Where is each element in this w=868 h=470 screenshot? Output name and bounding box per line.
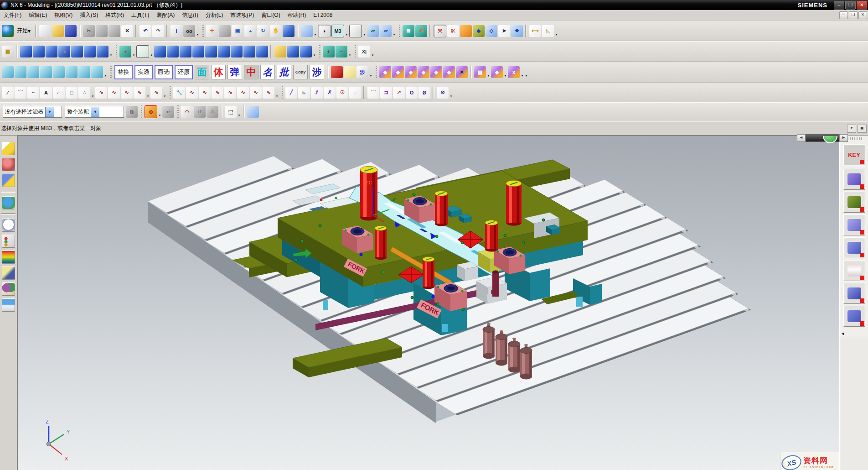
snap-point-icon[interactable]: ⊕ bbox=[145, 105, 157, 118]
curve-hook2-icon[interactable]: ∿ bbox=[108, 87, 120, 99]
statusbar-options-icon[interactable]: ▼ bbox=[847, 125, 856, 133]
dropdown-arrow-icon[interactable]: ▼ bbox=[132, 45, 136, 58]
swept-icon[interactable] bbox=[53, 66, 65, 78]
bigbtn-7[interactable]: Copy bbox=[293, 65, 308, 79]
point-set-icon[interactable]: ∴ bbox=[78, 87, 90, 99]
fullscreen-icon[interactable]: ▣ bbox=[858, 125, 867, 133]
dim-x-icon[interactable]: X| bbox=[358, 46, 370, 57]
section-right-icon[interactable]: ▱ bbox=[380, 25, 392, 37]
bigbtn-8[interactable]: 涉 bbox=[310, 65, 324, 79]
textbtn-2[interactable]: 实透 bbox=[134, 65, 153, 79]
constraint-navigator-icon[interactable] bbox=[2, 158, 15, 171]
flange-part-button[interactable] bbox=[843, 237, 865, 258]
asm-tri1-icon[interactable]: ◆ bbox=[430, 66, 442, 78]
bigbtn-6[interactable]: 批 bbox=[277, 65, 291, 79]
snip-curve-icon[interactable]: ∿ bbox=[212, 87, 223, 99]
minimize-button[interactable]: – bbox=[834, 1, 844, 10]
fillet-curve-icon[interactable]: ∿ bbox=[237, 87, 249, 99]
history-palette-icon[interactable] bbox=[2, 219, 15, 232]
glass-cube-icon[interactable] bbox=[344, 66, 356, 78]
plane-white-icon[interactable] bbox=[136, 45, 149, 58]
info-icon[interactable]: i bbox=[170, 25, 182, 37]
measure-distance-icon[interactable]: ⟷ bbox=[529, 25, 541, 37]
toolbar-grip[interactable] bbox=[319, 45, 320, 58]
iso-csys-icon[interactable]: ⊾ bbox=[298, 87, 310, 99]
asm-arrow-icon[interactable]: ◆ bbox=[392, 66, 404, 78]
asm-swap-icon[interactable]: ◆ bbox=[418, 66, 429, 78]
studio-surface-icon[interactable] bbox=[40, 66, 52, 78]
white-style-icon[interactable] bbox=[349, 25, 362, 37]
nav-move-icon[interactable]: ❖ bbox=[511, 25, 523, 37]
mdi-restore-button[interactable]: ❐ bbox=[849, 11, 858, 19]
blue-plate-part-button[interactable] bbox=[843, 214, 865, 235]
dropdown-arrow-icon[interactable]: ▼ bbox=[196, 24, 200, 38]
toolbar-grip[interactable] bbox=[355, 45, 356, 58]
slider-left-icon[interactable]: ◄ bbox=[797, 134, 806, 142]
nav-datum-icon[interactable]: ◈ bbox=[473, 25, 485, 37]
dropdown-arrow-icon[interactable]: ▼ bbox=[313, 24, 317, 38]
menu-1[interactable]: 文件(F) bbox=[0, 11, 25, 19]
arc-3pt-icon[interactable]: ⌒ bbox=[367, 87, 379, 99]
textbtn-3[interactable]: 面选 bbox=[155, 65, 173, 79]
corner-curve-icon[interactable]: ∿ bbox=[224, 87, 236, 99]
curve-hook1-icon[interactable]: ∿ bbox=[95, 87, 107, 99]
menu-12[interactable]: 帮助(H) bbox=[284, 11, 310, 19]
gray-block-icon[interactable] bbox=[219, 25, 231, 37]
toolbar-grip[interactable] bbox=[376, 66, 377, 78]
clip-section-slider[interactable]: ◄ ► bbox=[797, 134, 848, 142]
menu-7[interactable]: 装配(A) bbox=[153, 11, 178, 19]
cross-part-button[interactable] bbox=[843, 283, 865, 304]
dropdown-arrow-icon[interactable]: ▼ bbox=[371, 45, 375, 58]
dot-circle2-icon[interactable]: ◌ bbox=[349, 87, 361, 99]
dropdown-arrow-icon[interactable]: ▼ bbox=[150, 45, 154, 58]
open-file-icon[interactable] bbox=[52, 25, 64, 37]
menu-8[interactable]: 信息(I) bbox=[178, 11, 202, 19]
join-curve-icon[interactable] bbox=[180, 46, 191, 57]
fit-view-icon[interactable]: ✛ bbox=[206, 25, 218, 37]
cyl-curve-icon[interactable]: ∿ bbox=[150, 87, 162, 99]
circle-a-icon[interactable]: O bbox=[406, 87, 418, 99]
bend-surface-icon[interactable] bbox=[91, 66, 103, 78]
profile-icon[interactable]: ⌐ bbox=[53, 87, 65, 99]
dropdown-arrow-icon[interactable]: ▼ bbox=[103, 65, 108, 79]
red-cube-icon[interactable] bbox=[331, 66, 343, 78]
menu-4[interactable]: 插入(S) bbox=[76, 11, 102, 19]
bend-feature-icon[interactable] bbox=[84, 46, 96, 57]
rectangle-icon[interactable]: □ bbox=[66, 87, 78, 99]
key-part-button[interactable]: KEY bbox=[843, 144, 865, 165]
asm-x-icon[interactable]: x bbox=[508, 66, 520, 78]
boss-icon[interactable] bbox=[71, 46, 83, 57]
sheet-metal-icon[interactable] bbox=[205, 46, 217, 57]
she-button-icon[interactable]: 涉 bbox=[356, 66, 368, 78]
shell-icon[interactable] bbox=[218, 46, 230, 57]
measure-angle-icon[interactable]: ◺ bbox=[542, 25, 554, 37]
select-arrow-icon[interactable]: ➤ bbox=[498, 25, 510, 37]
roles-palette-icon[interactable] bbox=[2, 282, 15, 296]
3d-model-scene[interactable]: FORKFORKZCZYX bbox=[18, 136, 840, 470]
csys-orient-icon[interactable]: ⤧ bbox=[434, 25, 446, 37]
dropdown-arrow-icon[interactable]: ▼ bbox=[158, 105, 162, 119]
sketch-icon[interactable]: ▦ bbox=[2, 46, 14, 57]
dropdown-arrow-icon[interactable]: ▼ bbox=[237, 105, 241, 119]
dropdown-arrow-icon[interactable]: ▼ bbox=[520, 65, 524, 79]
offset-plus-icon[interactable]: + bbox=[323, 46, 335, 57]
layer-category-icon[interactable]: ⇵ bbox=[415, 25, 427, 37]
title-bar[interactable]: NX 6 - Modeling - [(203850)M110014 rev01… bbox=[0, 0, 868, 10]
offset-minus-icon[interactable]: − bbox=[336, 46, 347, 57]
nx-logo-icon[interactable] bbox=[2, 25, 14, 37]
close-button[interactable]: ✕ bbox=[857, 1, 867, 10]
asm-tri2-icon[interactable]: ◆ bbox=[443, 66, 455, 78]
chamfer-curve-icon[interactable]: ∿ bbox=[250, 87, 262, 99]
bigbtn-5[interactable]: 名 bbox=[260, 65, 275, 79]
maximize-button[interactable]: ❐ bbox=[845, 1, 856, 10]
join-curve2-icon[interactable] bbox=[192, 46, 204, 57]
scope-select[interactable]: 整个装配▼ bbox=[65, 106, 124, 118]
toolbar-grip[interactable] bbox=[116, 45, 117, 58]
dropdown-arrow-icon[interactable]: ▼ bbox=[524, 65, 528, 79]
divide-curve-icon[interactable]: ∿ bbox=[199, 87, 211, 99]
bigbtn-3[interactable]: 弹 bbox=[227, 65, 242, 79]
display-cube-icon[interactable] bbox=[301, 25, 313, 37]
asm-hand-icon[interactable]: ◆ bbox=[405, 66, 417, 78]
dropdown-arrow-icon[interactable]: ▼ bbox=[312, 45, 316, 58]
curve-press-icon[interactable]: ∿ bbox=[134, 87, 145, 99]
